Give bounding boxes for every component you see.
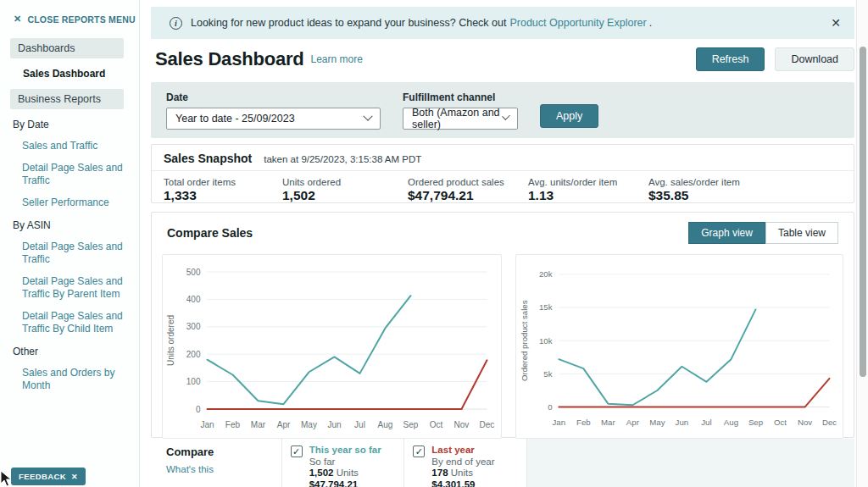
svg-text:May: May bbox=[649, 418, 665, 427]
sidebar-item-sales-and-traffic[interactable]: Sales and Traffic bbox=[0, 135, 139, 157]
svg-text:5k: 5k bbox=[543, 369, 552, 379]
svg-text:Dec: Dec bbox=[822, 418, 837, 427]
learn-more-link[interactable]: Learn more bbox=[311, 53, 363, 65]
product-opportunity-banner: i Looking for new product ideas to expan… bbox=[151, 7, 854, 39]
close-icon: ✕ bbox=[14, 14, 21, 25]
last-year-checkbox[interactable]: ✓ bbox=[413, 445, 425, 457]
chevron-down-icon bbox=[363, 112, 372, 121]
whats-this-link[interactable]: What's this bbox=[166, 464, 281, 474]
svg-text:Jan: Jan bbox=[200, 420, 214, 429]
svg-text:Apr: Apr bbox=[626, 418, 640, 427]
date-filter-label: Date bbox=[166, 91, 381, 103]
compare-sales-card: Compare Sales Graph view Table view 0100… bbox=[151, 212, 854, 438]
svg-text:Units ordered: Units ordered bbox=[166, 315, 175, 366]
metric-ordered-product-sales: Ordered product sales $47,794.21 bbox=[408, 177, 528, 203]
sidebar-item-sales-orders-by-month[interactable]: Sales and Orders by Month bbox=[0, 362, 139, 396]
last-year-amount: $4,301.59 bbox=[431, 479, 475, 487]
svg-text:15k: 15k bbox=[539, 302, 553, 312]
sidebar-item-detail-page-child-item[interactable]: Detail Page Sales and Traffic By Child I… bbox=[0, 305, 139, 340]
svg-text:500: 500 bbox=[186, 268, 201, 277]
svg-text:May: May bbox=[301, 420, 317, 429]
svg-text:Jul: Jul bbox=[701, 418, 711, 427]
svg-text:Nov: Nov bbox=[454, 420, 470, 429]
feedback-close-icon[interactable]: ✕ bbox=[71, 473, 78, 481]
last-year-sublabel: By end of year bbox=[431, 457, 494, 467]
fulfillment-channel-label: Fulfillment channel bbox=[403, 91, 518, 103]
banner-text-after: . bbox=[649, 17, 652, 29]
compare-option-last-year: ✓ Last year By end of year 178 Units $4,… bbox=[404, 439, 526, 487]
svg-text:Aug: Aug bbox=[378, 420, 393, 429]
sidebar-group-by-date: By Date bbox=[0, 113, 139, 135]
sidebar-item-detail-page-sales-traffic[interactable]: Detail Page Sales and Traffic bbox=[0, 157, 139, 191]
last-year-label: Last year bbox=[431, 445, 475, 455]
this-year-label: This year so far bbox=[309, 445, 381, 455]
svg-text:400: 400 bbox=[186, 295, 201, 304]
banner-text: Looking for new product ideas to expand … bbox=[191, 17, 506, 29]
sidebar-item-detail-page-sales-traffic-asin[interactable]: Detail Page Sales and Traffic bbox=[0, 235, 139, 270]
feedback-label: FEEDBACK bbox=[19, 472, 66, 481]
svg-text:Sep: Sep bbox=[748, 418, 763, 427]
this-year-amount: $47,794.21 bbox=[309, 479, 359, 487]
svg-text:Jun: Jun bbox=[676, 418, 689, 427]
sidebar-section-business-reports: Business Reports bbox=[10, 89, 124, 109]
sidebar-group-by-asin: By ASIN bbox=[0, 213, 139, 235]
filter-bar: Date Year to date - 25/09/2023 Fulfillme… bbox=[151, 82, 854, 138]
mouse-cursor bbox=[0, 470, 12, 487]
sales-snapshot-title: Sales Snapshot bbox=[164, 152, 252, 165]
date-range-select[interactable]: Year to date - 25/09/2023 bbox=[166, 108, 381, 130]
sidebar-item-seller-performance[interactable]: Seller Performance bbox=[0, 191, 139, 213]
svg-text:Mar: Mar bbox=[601, 418, 615, 427]
svg-text:Feb: Feb bbox=[576, 418, 591, 427]
table-view-button[interactable]: Table view bbox=[765, 222, 838, 244]
reports-sidebar: ✕ CLOSE REPORTS MENU Dashboards Sales Da… bbox=[0, 0, 140, 487]
compare-options-strip: Compare What's this ✓ This year so far S… bbox=[151, 439, 854, 487]
sidebar-item-detail-page-parent-item[interactable]: Detail Page Sales and Traffic By Parent … bbox=[0, 270, 139, 305]
close-reports-menu-label: CLOSE REPORTS MENU bbox=[27, 14, 135, 25]
close-reports-menu-button[interactable]: ✕ CLOSE REPORTS MENU bbox=[0, 0, 139, 35]
svg-text:Sep: Sep bbox=[403, 420, 419, 429]
fulfillment-channel-select[interactable]: Both (Amazon and seller) bbox=[403, 108, 518, 130]
svg-text:20k: 20k bbox=[539, 269, 553, 279]
snapshot-timestamp: taken at 9/25/2023, 3:15:38 AM PDT bbox=[264, 154, 421, 164]
apply-button[interactable]: Apply bbox=[540, 104, 598, 128]
svg-text:Apr: Apr bbox=[277, 420, 291, 429]
svg-text:100: 100 bbox=[186, 377, 201, 386]
sales-snapshot-card: Sales Snapshot taken at 9/25/2023, 3:15:… bbox=[151, 144, 854, 203]
svg-text:300: 300 bbox=[186, 322, 201, 331]
scrollbar-thumb[interactable] bbox=[860, 47, 866, 377]
download-button[interactable]: Download bbox=[775, 47, 854, 71]
main-content: i Looking for new product ideas to expan… bbox=[141, 0, 856, 487]
metric-units-ordered: Units ordered 1,502 bbox=[282, 177, 408, 203]
compare-option-this-year: ✓ This year so far So far 1,502 Units $4… bbox=[282, 439, 404, 487]
svg-text:Oct: Oct bbox=[430, 420, 443, 429]
ordered-product-sales-chart: 05k10k15k20kJanFebMarAprMayJunJulAugSepO… bbox=[515, 254, 843, 439]
refresh-button[interactable]: Refresh bbox=[696, 47, 765, 71]
metric-total-order-items: Total order items 1,333 bbox=[164, 177, 282, 203]
graph-view-button[interactable]: Graph view bbox=[688, 222, 765, 244]
divider bbox=[526, 439, 527, 487]
svg-text:200: 200 bbox=[186, 350, 201, 359]
info-icon: i bbox=[170, 17, 182, 30]
feedback-button[interactable]: FEEDBACK✕ bbox=[11, 468, 86, 485]
sidebar-section-dashboards: Dashboards bbox=[10, 38, 124, 58]
svg-text:Nov: Nov bbox=[798, 418, 812, 427]
vertical-scrollbar[interactable] bbox=[856, 0, 868, 487]
this-year-sublabel: So far bbox=[309, 457, 336, 467]
banner-close-icon[interactable]: ✕ bbox=[831, 16, 841, 30]
fulfillment-channel-value: Both (Amazon and seller) bbox=[412, 107, 504, 130]
metric-avg-sales-per-order: Avg. sales/order item $35.85 bbox=[648, 177, 740, 203]
svg-text:Dec: Dec bbox=[480, 420, 495, 429]
svg-text:Oct: Oct bbox=[774, 418, 787, 427]
svg-text:Jan: Jan bbox=[552, 418, 565, 427]
product-opportunity-explorer-link[interactable]: Product Opportunity Explorer bbox=[509, 17, 646, 29]
svg-text:Jul: Jul bbox=[354, 420, 365, 429]
svg-text:Feb: Feb bbox=[225, 420, 241, 429]
svg-text:10k: 10k bbox=[539, 336, 553, 346]
svg-text:Jun: Jun bbox=[327, 420, 341, 429]
metric-avg-units-per-order: Avg. units/order item 1.13 bbox=[528, 177, 648, 203]
svg-text:Ordered product sales: Ordered product sales bbox=[520, 300, 529, 381]
this-year-checkbox[interactable]: ✓ bbox=[291, 445, 303, 457]
page-title: Sales Dashboard bbox=[155, 48, 304, 70]
sidebar-item-sales-dashboard[interactable]: Sales Dashboard bbox=[0, 62, 139, 86]
date-range-value: Year to date - 25/09/2023 bbox=[175, 113, 295, 125]
